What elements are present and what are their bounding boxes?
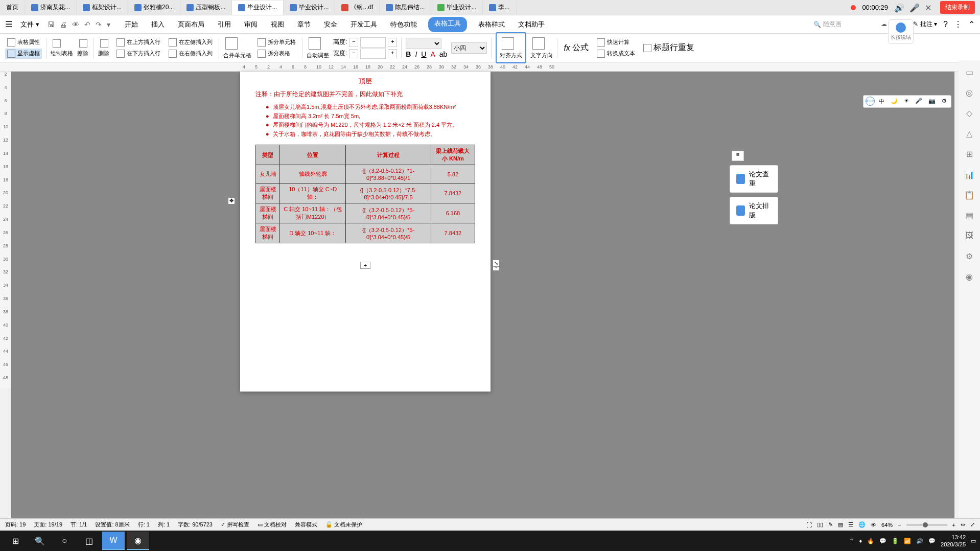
tab-security[interactable]: 安全 [322,17,339,32]
start-button[interactable]: ⊞ [4,532,27,550]
file-menu[interactable]: 文件 ▾ [16,18,43,31]
wps-app-button[interactable]: W [102,532,125,550]
text-direction-button[interactable] [530,36,553,51]
annotate-button[interactable]: ✎ 批注 ▾ [913,20,937,29]
target-icon[interactable]: ◉ [964,271,975,282]
save-icon[interactable]: 🖫 [48,20,55,29]
day-mode-button[interactable]: ☀ [902,97,911,106]
table-move-handle[interactable]: ✥ [228,197,235,204]
tab-home[interactable]: 首页 [0,1,25,15]
tab-insert[interactable]: 插入 [149,17,167,32]
erase-button[interactable] [77,38,89,49]
resize-handle[interactable]: ⤡ [493,260,500,267]
tab-table-style[interactable]: 表格样式 [476,17,507,32]
zoom-out-button[interactable]: − [898,522,901,528]
tab-start[interactable]: 开始 [123,17,140,32]
tray-icon[interactable]: 💬 [879,538,886,544]
image-icon[interactable]: 🖼 [964,230,975,241]
redo-icon[interactable]: ↷ [96,20,102,29]
wifi-icon[interactable]: 📶 [904,538,911,544]
tab-references[interactable]: 引用 [216,17,233,32]
collapse-panel-button[interactable]: ≡ [732,151,744,161]
vertical-ruler[interactable]: 2468101214161820222426283032343638404244… [0,72,11,388]
tab-doc-4[interactable]: 压型钢板... [180,1,232,15]
table-header[interactable]: 梁上线荷载大小 KN/m [431,145,475,165]
clipboard-icon[interactable]: 📋 [964,189,975,200]
speaker-icon[interactable]: 🔊 [894,3,903,12]
grid-icon[interactable]: ⊞ [964,148,975,159]
header-repeat-button[interactable]: 标题行重复 [641,41,696,54]
lang-button[interactable]: 中 [877,97,886,106]
print-icon[interactable]: 🖨 [60,20,67,29]
volume-icon[interactable]: 🔊 [916,538,923,544]
stop-record-button[interactable]: 结束录制 [940,1,975,14]
tab-doc-helper[interactable]: 文档助手 [516,17,547,32]
tab-features[interactable]: 特色功能 [388,17,419,32]
voice-input-widget[interactable]: 长按说话 [888,19,914,44]
link-icon[interactable]: ◇ [964,107,975,119]
split-table-button[interactable]: 拆分表格 [255,49,298,59]
to-text-button[interactable]: 转换成文本 [595,49,637,59]
draw-table-button[interactable] [51,38,73,49]
fit-page-icon[interactable]: ⤢ [970,521,975,528]
height-input[interactable] [360,37,386,48]
task-view-button[interactable]: ◫ [78,532,100,550]
ifly-icon[interactable]: iFLY [866,97,875,106]
shapes-icon[interactable]: △ [964,128,975,139]
more-icon[interactable]: ▾ [107,20,110,29]
zoom-in-button[interactable]: + [952,522,955,528]
protection-status[interactable]: 🔓 文档未保护 [325,521,362,529]
height-inc-button[interactable]: + [388,38,397,47]
thesis-format-button[interactable]: 论文排版 [730,197,778,224]
page-count[interactable]: 页面: 19/19 [34,521,62,529]
tab-doc-3[interactable]: 张雅楠20... [128,1,180,15]
system-clock[interactable]: 13:42 2020/3/25 [941,534,966,548]
width-dec-button[interactable]: − [349,49,358,58]
camera-button[interactable]: 📷 [926,97,938,106]
insert-col-right-button[interactable]: 在右侧插入列 [167,49,215,59]
font-size-select[interactable]: 小四 [451,42,487,54]
battery-icon[interactable]: 🔋 [892,538,899,544]
spellcheck-button[interactable]: ✓ 拼写检查 [221,521,249,529]
tab-doc-7[interactable]: 《钢...df [335,1,380,15]
settings-button[interactable]: ⚙ [940,97,949,106]
insert-row-above-button[interactable]: 在上方插入行 [114,37,162,48]
undo-icon[interactable]: ↶ [84,20,90,29]
search-button[interactable]: 🔍 [29,532,51,550]
select-tool-icon[interactable]: ▭ [964,66,975,78]
hamburger-icon[interactable]: ☰ [5,19,12,29]
section-count[interactable]: 节: 1/1 [71,521,87,529]
reading-view-icon[interactable]: ▯▯ [817,521,823,528]
insert-row-below-button[interactable]: 在下方插入行 [114,49,162,59]
tab-doc-2[interactable]: 框架设计... [77,1,128,15]
edit-mode-icon[interactable]: ✎ [828,521,833,528]
print-preview-icon[interactable]: 👁 [72,20,79,29]
underline-button[interactable]: U [421,50,426,58]
zoom-slider[interactable] [906,524,947,526]
width-inc-button[interactable]: + [388,49,397,58]
tab-doc-5[interactable]: 毕业设计... [232,1,284,15]
word-count[interactable]: 字数: 90/5723 [178,521,213,529]
tab-view[interactable]: 视图 [269,17,286,32]
web-view-icon[interactable]: 🌐 [858,521,866,528]
proofread-button[interactable]: ▭ 文档校对 [258,521,287,529]
tab-review[interactable]: 审阅 [242,17,260,32]
layout-icon[interactable]: ▤ [964,210,975,221]
collapse-icon[interactable]: ⌃ [968,19,975,29]
height-dec-button[interactable]: − [349,38,358,47]
tray-icon[interactable]: 🔥 [867,538,874,544]
delete-button[interactable] [98,38,110,49]
plagiarism-check-button[interactable]: 论文查重 [730,165,778,193]
fit-width-icon[interactable]: ⇔ [961,521,965,528]
merge-cells-button[interactable] [223,36,251,51]
eye-protect-icon[interactable]: 👁 [871,522,876,528]
table-props-button[interactable]: 表格属性 [5,37,42,48]
bold-button[interactable]: B [406,50,411,58]
tab-table-tools[interactable]: 表格工具 [428,17,467,32]
chart-icon[interactable]: 📊 [964,169,975,180]
gear-icon[interactable]: ⚙ [964,250,975,262]
show-outline-button[interactable]: 显示虚框 [5,49,42,59]
mic-icon[interactable]: 🎤 [909,3,919,12]
highlight-button[interactable]: ab [439,50,448,58]
zoom-value[interactable]: 64% [881,522,893,528]
